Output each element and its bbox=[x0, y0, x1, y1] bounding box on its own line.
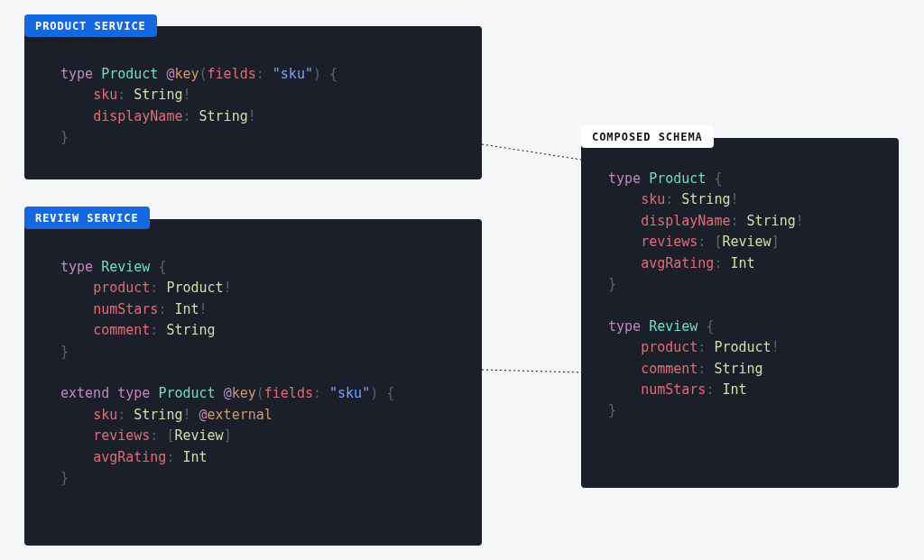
diagram-stage: type Product @key(fields: "sku") { sku: … bbox=[0, 0, 924, 560]
directive-name: key bbox=[174, 66, 199, 82]
review-service-card: type Review { product: Product! numStars… bbox=[24, 219, 482, 546]
svg-line-0 bbox=[482, 144, 581, 160]
field-name: sku bbox=[93, 87, 117, 103]
string-literal: "sku" bbox=[273, 66, 313, 82]
review-service-code: type Review { product: Product! numStars… bbox=[24, 219, 482, 512]
field-name: displayName bbox=[93, 108, 182, 124]
type-name: Product bbox=[101, 66, 158, 82]
svg-line-1 bbox=[482, 370, 581, 372]
type-ref: String bbox=[199, 108, 248, 124]
review-service-badge: REVIEW SERVICE bbox=[24, 207, 150, 229]
param-name: fields bbox=[208, 66, 256, 82]
product-service-card: type Product @key(fields: "sku") { sku: … bbox=[24, 26, 482, 179]
keyword-type: type bbox=[60, 66, 93, 82]
type-ref: String bbox=[134, 87, 182, 103]
composed-schema-badge: COMPOSED SCHEMA bbox=[581, 125, 714, 148]
composed-schema-card: type Product { sku: String! displayName:… bbox=[581, 138, 899, 488]
product-service-code: type Product @key(fields: "sku") { sku: … bbox=[24, 26, 482, 172]
composed-schema-code: type Product { sku: String! displayName:… bbox=[581, 138, 899, 444]
product-service-badge: PRODUCT SERVICE bbox=[24, 14, 157, 37]
